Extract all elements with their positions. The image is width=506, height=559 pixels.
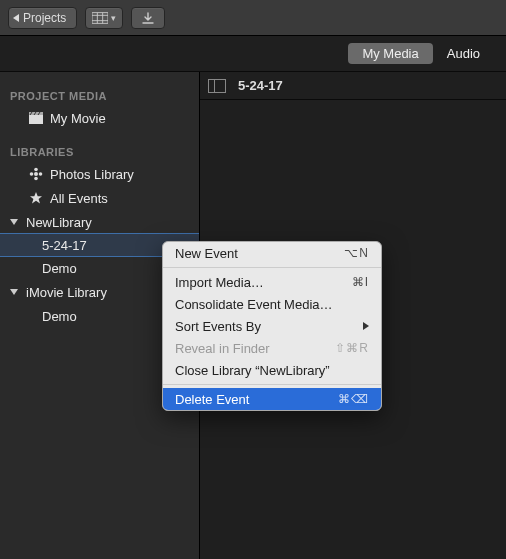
download-arrow-icon	[140, 11, 156, 25]
sidebar-item-photos-library[interactable]: Photos Library	[0, 162, 199, 186]
svg-marker-15	[30, 192, 42, 204]
svg-point-12	[34, 177, 38, 181]
label: iMovie Library	[26, 285, 107, 300]
svg-point-10	[34, 172, 38, 176]
label: Demo	[42, 261, 77, 276]
tab-audio[interactable]: Audio	[433, 43, 494, 64]
sidebar-item-all-events[interactable]: All Events	[0, 186, 199, 210]
shortcut: ⇧⌘R	[335, 341, 369, 355]
star-icon	[28, 191, 44, 205]
shortcut: ⌥N	[344, 246, 369, 260]
disclosure-triangle-icon[interactable]	[10, 219, 18, 225]
media-tab-row: My Media Audio	[0, 36, 506, 72]
svg-point-14	[39, 172, 43, 176]
label: Photos Library	[50, 167, 134, 182]
svg-rect-5	[29, 115, 43, 124]
shortcut: ⌘I	[352, 275, 369, 289]
section-header-libraries: LIBRARIES	[0, 140, 199, 162]
disclosure-triangle-icon[interactable]	[10, 289, 18, 295]
content-title: 5-24-17	[238, 78, 283, 93]
menu-item-close-library[interactable]: Close Library “NewLibrary”	[163, 359, 381, 381]
import-button[interactable]	[131, 7, 165, 29]
label: NewLibrary	[26, 215, 92, 230]
view-layout-button[interactable]: ▾	[85, 7, 123, 29]
chevron-left-icon	[13, 14, 19, 22]
sidebar-item-my-movie[interactable]: My Movie	[0, 106, 199, 130]
dropdown-caret-icon: ▾	[111, 13, 116, 23]
menu-item-delete-event[interactable]: Delete Event ⌘⌫	[163, 388, 381, 410]
svg-point-11	[34, 168, 38, 172]
context-menu: New Event ⌥N Import Media… ⌘I Consolidat…	[162, 241, 382, 411]
menu-item-sort-events-by[interactable]: Sort Events By	[163, 315, 381, 337]
menu-item-import-media[interactable]: Import Media… ⌘I	[163, 271, 381, 293]
label: All Events	[50, 191, 108, 206]
menu-item-reveal-in-finder: Reveal in Finder ⇧⌘R	[163, 337, 381, 359]
submenu-arrow-icon	[363, 322, 369, 330]
label: Import Media…	[175, 275, 264, 290]
svg-rect-0	[92, 12, 108, 23]
label: 5-24-17	[42, 238, 87, 253]
label: New Event	[175, 246, 238, 261]
projects-label: Projects	[23, 11, 66, 25]
filmstrip-icon	[92, 11, 108, 25]
menu-item-new-event[interactable]: New Event ⌥N	[163, 242, 381, 264]
flower-icon	[28, 167, 44, 181]
tab-my-media[interactable]: My Media	[348, 43, 432, 64]
sidebar-item-newlibrary[interactable]: NewLibrary	[0, 210, 199, 234]
label: Close Library “NewLibrary”	[175, 363, 330, 378]
section-header-project-media: PROJECT MEDIA	[0, 84, 199, 106]
shortcut: ⌘⌫	[338, 392, 369, 406]
svg-point-13	[30, 172, 34, 176]
label: Demo	[42, 309, 77, 324]
label: Reveal in Finder	[175, 341, 270, 356]
clapperboard-icon	[28, 111, 44, 125]
label: Sort Events By	[175, 319, 261, 334]
menu-separator	[163, 384, 381, 385]
sidebar-toggle-icon[interactable]	[208, 79, 226, 93]
label: Consolidate Event Media…	[175, 297, 333, 312]
menu-item-consolidate[interactable]: Consolidate Event Media…	[163, 293, 381, 315]
top-toolbar: Projects ▾	[0, 0, 506, 36]
projects-back-button[interactable]: Projects	[8, 7, 77, 29]
menu-separator	[163, 267, 381, 268]
label: Delete Event	[175, 392, 249, 407]
content-header: 5-24-17	[200, 72, 506, 100]
label: My Movie	[50, 111, 106, 126]
